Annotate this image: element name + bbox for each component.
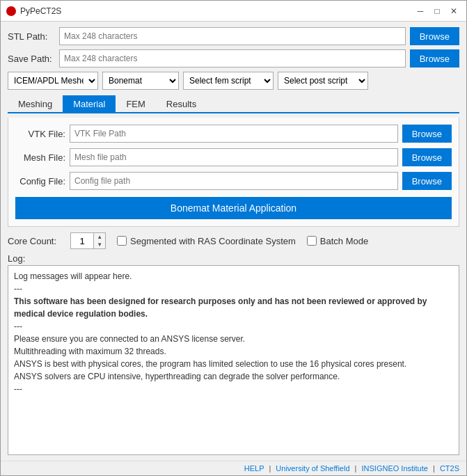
- batch-mode-checkbox-wrap[interactable]: Batch Mode: [307, 236, 368, 246]
- apply-bonemat-button[interactable]: Bonemat Material Application: [15, 197, 452, 219]
- mesh-file-label: Mesh File:: [15, 152, 65, 163]
- mesher-select[interactable]: ICEM/APDL Mesher: [8, 72, 98, 90]
- window-controls: ─ □ ✕: [413, 4, 461, 18]
- segmented-label: Segmented with RAS Coordinate System: [130, 236, 296, 246]
- insigneo-link[interactable]: INSIGNEO Institute: [362, 464, 428, 473]
- tabs-bar: Meshing Material FEM Results: [8, 95, 459, 113]
- bonemat-select[interactable]: Bonemat: [102, 72, 179, 90]
- help-link[interactable]: HELP: [244, 464, 264, 473]
- core-count-spinner[interactable]: ▲ ▼: [70, 232, 106, 249]
- log-line: ---: [14, 320, 453, 333]
- vtk-file-label: VTK File:: [15, 129, 65, 139]
- spinner-up-arrow[interactable]: ▲: [94, 233, 105, 241]
- log-line: ANSYS solvers are CPU intensive, hyperth…: [14, 370, 453, 383]
- log-line: Multithreading with maximum 32 threads.: [14, 345, 453, 358]
- save-browse-button[interactable]: Browse: [410, 49, 459, 68]
- config-file-input[interactable]: [70, 172, 398, 190]
- minimize-button[interactable]: ─: [413, 4, 427, 18]
- core-count-label: Core Count:: [8, 236, 56, 246]
- stl-path-row: STL Path: Browse: [8, 27, 459, 45]
- bottom-bar: Core Count: ▲ ▼ Segmented with RAS Coord…: [8, 232, 459, 249]
- sheffield-link[interactable]: University of Sheffield: [276, 464, 349, 473]
- dropdowns-row: ICEM/APDL Mesher Bonemat Select fem scri…: [8, 72, 459, 90]
- log-line: ---: [14, 383, 453, 395]
- vtk-file-row: VTK File: Browse: [15, 125, 452, 143]
- vtk-file-input[interactable]: [70, 125, 398, 143]
- app-icon: [6, 6, 16, 16]
- log-box: Log messages will appear here.---This so…: [8, 265, 459, 455]
- save-path-input[interactable]: [59, 49, 406, 68]
- title-bar: PyPeCT2S ─ □ ✕: [1, 1, 466, 22]
- material-tab-panel: VTK File: Browse Mesh File: Browse Confi…: [8, 118, 459, 227]
- log-line: Please ensure you are connected to an AN…: [14, 333, 453, 345]
- ct2s-link[interactable]: CT2S: [440, 464, 459, 473]
- fem-script-select[interactable]: Select fem script: [183, 72, 274, 90]
- segmented-checkbox-wrap[interactable]: Segmented with RAS Coordinate System: [117, 236, 296, 246]
- main-window: PyPeCT2S ─ □ ✕ STL Path: Browse Save Pat…: [0, 0, 467, 476]
- log-line: ---: [14, 283, 453, 295]
- main-content: STL Path: Browse Save Path: Browse ICEM/…: [1, 22, 466, 461]
- footer-sep-1: |: [269, 464, 271, 473]
- close-button[interactable]: ✕: [447, 4, 461, 18]
- stl-browse-button[interactable]: Browse: [410, 27, 459, 45]
- vtk-browse-button[interactable]: Browse: [402, 125, 452, 143]
- tab-material[interactable]: Material: [63, 95, 116, 112]
- config-browse-button[interactable]: Browse: [402, 172, 452, 190]
- log-section: Log: Log messages will appear here.---Th…: [8, 253, 459, 455]
- tab-fem[interactable]: FEM: [116, 95, 155, 112]
- log-label: Log:: [8, 253, 459, 264]
- window-title: PyPeCT2S: [20, 6, 413, 16]
- mesh-browse-button[interactable]: Browse: [402, 148, 452, 166]
- config-file-label: Config File:: [15, 176, 65, 187]
- footer: HELP | University of Sheffield | INSIGNE…: [1, 461, 466, 475]
- tab-results[interactable]: Results: [156, 95, 207, 112]
- mesh-file-input[interactable]: [70, 148, 398, 166]
- segmented-checkbox[interactable]: [117, 236, 127, 246]
- stl-path-input[interactable]: [59, 27, 406, 45]
- save-path-row: Save Path: Browse: [8, 49, 459, 68]
- spinner-down-arrow[interactable]: ▼: [94, 241, 105, 248]
- log-line: ANSYS is best with physical cores, the p…: [14, 358, 453, 370]
- stl-path-label: STL Path:: [8, 31, 55, 42]
- tab-meshing[interactable]: Meshing: [8, 95, 63, 112]
- batch-mode-label: Batch Mode: [320, 236, 368, 246]
- config-file-row: Config File: Browse: [15, 172, 452, 190]
- log-line: This software has been designed for rese…: [14, 295, 453, 320]
- save-path-label: Save Path:: [8, 54, 55, 64]
- maximize-button[interactable]: □: [430, 4, 444, 18]
- mesh-file-row: Mesh File: Browse: [15, 148, 452, 166]
- footer-sep-3: |: [433, 464, 435, 473]
- log-line: Log messages will appear here.: [14, 270, 453, 283]
- footer-sep-2: |: [355, 464, 357, 473]
- post-script-select[interactable]: Select post script: [278, 72, 368, 90]
- core-count-input[interactable]: [71, 233, 93, 248]
- spinner-arrows: ▲ ▼: [93, 233, 105, 248]
- batch-mode-checkbox[interactable]: [307, 236, 317, 246]
